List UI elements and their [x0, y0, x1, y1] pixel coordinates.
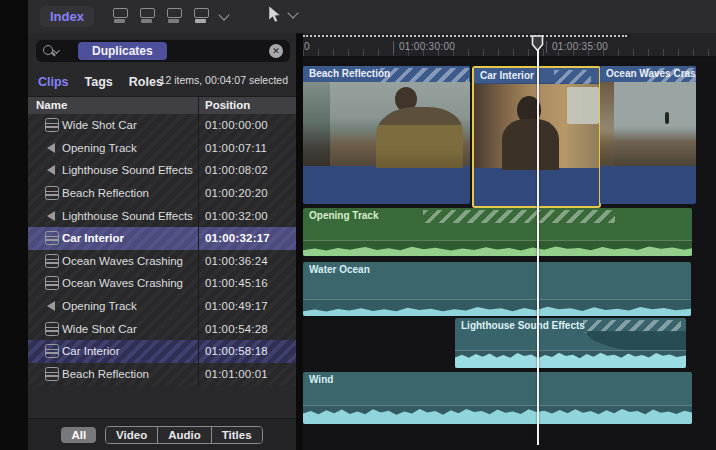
- clip-list: Wide Shot Car 01:00:00:00 Opening Track …: [28, 114, 296, 386]
- tab-roles[interactable]: Roles: [129, 75, 163, 89]
- audio-waveform: [303, 240, 692, 256]
- search-token[interactable]: Duplicates: [78, 42, 167, 60]
- film-clip-icon: [45, 276, 59, 290]
- playhead-handle[interactable]: [531, 35, 544, 52]
- audio-clip-icon: [47, 143, 55, 153]
- connect-clip-icon[interactable]: [112, 8, 128, 24]
- list-item[interactable]: Car Interior 01:00:58:18: [28, 340, 296, 363]
- video-clip-beach-reflection[interactable]: Beach Reflection: [303, 66, 470, 204]
- duplicate-range-stripes: [380, 68, 469, 82]
- clip-title: Lighthouse Sound Effects: [461, 320, 585, 331]
- list-item[interactable]: Car Interior 01:00:32:17: [28, 227, 296, 250]
- clear-search-icon[interactable]: ✕: [269, 44, 283, 58]
- selection-status: 12 items, 00:04:07 selected: [160, 74, 288, 86]
- timeline-ruler[interactable]: 0 01:00:30:00 01:00:35:00: [303, 33, 716, 57]
- ruler-tick: [393, 41, 394, 53]
- filter-video-button[interactable]: Video: [106, 427, 157, 443]
- clip-title: Water Ocean: [309, 264, 370, 275]
- ruler-ticks: [303, 49, 716, 56]
- playhead[interactable]: [537, 49, 539, 445]
- clip-title: Opening Track: [309, 210, 378, 221]
- film-clip-icon: [45, 254, 59, 268]
- ruler-tick: [546, 41, 547, 53]
- append-clip-icon[interactable]: [166, 8, 182, 24]
- filter-titles-button[interactable]: Titles: [211, 427, 262, 443]
- edit-buttons-group: [112, 8, 228, 24]
- ruler-label: 01:00:35:00: [552, 41, 608, 52]
- audio-waveform: [303, 405, 692, 424]
- audio-clip-icon: [47, 211, 55, 221]
- list-item[interactable]: Beach Reflection 01:00:20:20: [28, 182, 296, 205]
- film-clip-icon: [45, 322, 59, 336]
- overwrite-clip-icon[interactable]: [193, 8, 209, 24]
- tab-clips[interactable]: Clips: [38, 75, 69, 89]
- timeline-index-panel: Duplicates ✕ Clips Tags Roles 12 items, …: [28, 33, 296, 450]
- film-clip-icon: [45, 367, 59, 381]
- clip-title: Beach Reflection: [309, 68, 390, 79]
- clip-title: Wind: [309, 374, 333, 385]
- search-icon[interactable]: [42, 43, 58, 59]
- timeline: 0 01:00:30:00 01:00:35:00 Beach Reflecti…: [303, 33, 716, 450]
- index-tabs: Clips Tags Roles 12 items, 00:04:07 sele…: [38, 71, 288, 93]
- list-item[interactable]: Wide Shot Car 01:00:00:00: [28, 114, 296, 137]
- ruler-label-edge: 0: [304, 41, 310, 52]
- clip-thumbnail: [600, 82, 696, 166]
- list-item[interactable]: Ocean Waves Crashing 01:00:45:16: [28, 272, 296, 295]
- list-header: Name Position: [28, 96, 296, 115]
- film-clip-icon: [45, 231, 59, 245]
- index-button[interactable]: Index: [40, 6, 94, 27]
- list-item[interactable]: Wide Shot Car 01:00:54:28: [28, 317, 296, 340]
- list-item[interactable]: Lighthouse Sound Effects 01:00:08:02: [28, 159, 296, 182]
- duplicate-range-stripes: [423, 210, 615, 223]
- ruler-label: 01:00:30:00: [399, 41, 455, 52]
- audio-waveform: [303, 299, 691, 316]
- top-toolbar: Index: [28, 0, 716, 34]
- audio-clip-opening-track[interactable]: Opening Track: [303, 208, 692, 256]
- film-clip-icon: [45, 118, 59, 132]
- column-name[interactable]: Name: [36, 99, 67, 111]
- clip-title: Car Interior: [480, 70, 534, 81]
- video-clip-ocean-waves-crash[interactable]: Ocean Waves Crash: [600, 66, 696, 204]
- insert-clip-icon[interactable]: [139, 8, 155, 24]
- audio-clip-lighthouse-sound-effects[interactable]: Lighthouse Sound Effects: [455, 318, 686, 368]
- search-input[interactable]: Duplicates ✕: [36, 40, 290, 62]
- column-position[interactable]: Position: [205, 99, 250, 111]
- duplicate-range-stripes: [554, 70, 591, 84]
- filter-audio-button[interactable]: Audio: [157, 427, 211, 443]
- audio-clip-wind[interactable]: Wind: [303, 372, 692, 424]
- list-item[interactable]: Opening Track 01:00:49:17: [28, 295, 296, 318]
- duplicate-range-stripes: [646, 68, 696, 82]
- filter-segmented-control: Video Audio Titles: [105, 426, 263, 444]
- film-clip-icon: [45, 186, 59, 200]
- film-clip-icon: [45, 344, 59, 358]
- select-arrow-icon: [268, 6, 281, 23]
- selection-range-dashes: [303, 35, 627, 37]
- column-divider: [198, 96, 199, 386]
- chevron-down-icon[interactable]: [218, 9, 229, 20]
- audio-clip-water-ocean[interactable]: Water Ocean: [303, 262, 691, 316]
- chevron-down-icon: [287, 7, 298, 18]
- audio-waveform: [455, 350, 686, 368]
- tool-menu[interactable]: [268, 6, 297, 23]
- tab-tags[interactable]: Tags: [85, 75, 113, 89]
- list-item[interactable]: Ocean Waves Crashing 01:00:36:24: [28, 250, 296, 273]
- clip-thumbnail: [303, 82, 470, 166]
- audio-clip-icon: [47, 301, 55, 311]
- filter-bar: All Video Audio Titles: [28, 418, 296, 450]
- list-item[interactable]: Lighthouse Sound Effects 01:00:32:00: [28, 204, 296, 227]
- filter-all-button[interactable]: All: [61, 427, 96, 443]
- audio-clip-icon: [47, 165, 55, 175]
- list-item[interactable]: Opening Track 01:00:07:11: [28, 137, 296, 160]
- list-item[interactable]: Beach Reflection 01:01:00:01: [28, 363, 296, 386]
